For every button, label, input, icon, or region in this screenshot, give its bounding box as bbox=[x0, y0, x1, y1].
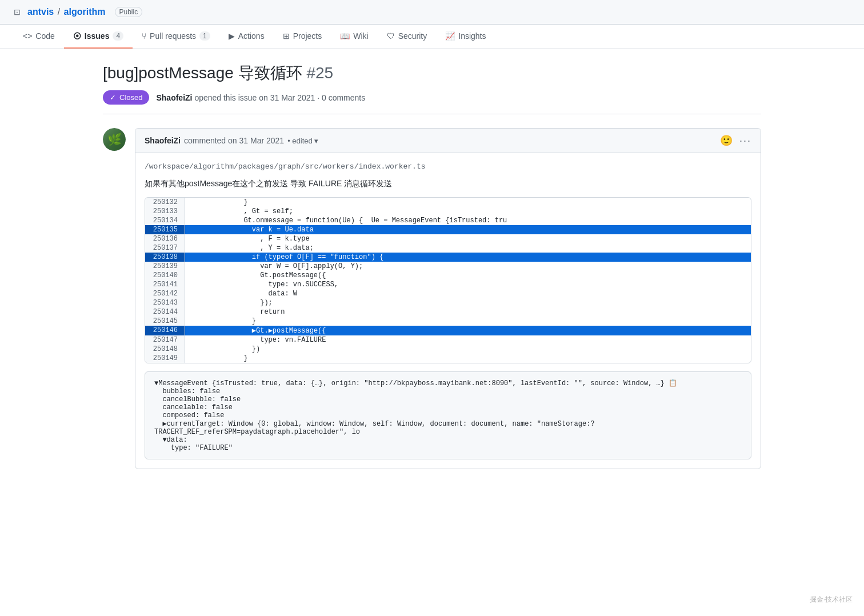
status-label: Closed bbox=[119, 93, 142, 102]
code-line: 250147 type: vn.FAILURE bbox=[145, 335, 751, 345]
chevron-down-icon: ▾ bbox=[314, 137, 318, 145]
comment-box: ShaofeiZi commented on 31 Mar 2021 • edi… bbox=[135, 128, 761, 469]
edited-label: • edited bbox=[287, 137, 313, 145]
tab-wiki[interactable]: 📖 Wiki bbox=[331, 25, 377, 49]
tab-issues[interactable]: ⦿ Issues 4 bbox=[64, 25, 133, 49]
line-code: data: W bbox=[185, 289, 751, 298]
edited-dropdown[interactable]: • edited ▾ bbox=[287, 137, 318, 145]
code-line: 250133 , Gt = self; bbox=[145, 207, 751, 216]
line-number: 250141 bbox=[145, 280, 185, 289]
line-number: 250136 bbox=[145, 234, 185, 243]
code-line: 250146 ▶Gt.▶postMessage({ bbox=[145, 326, 751, 335]
status-badge: ✓ Closed bbox=[103, 90, 149, 105]
tab-projects[interactable]: ⊞ Projects bbox=[274, 25, 331, 49]
code-block: 250132 }250133 , Gt = self;250134 Gt.onm… bbox=[145, 197, 751, 363]
security-icon: 🛡 bbox=[387, 31, 395, 41]
tab-pull-requests-label: Pull requests bbox=[150, 31, 196, 41]
line-number: 250145 bbox=[145, 317, 185, 326]
projects-icon: ⊞ bbox=[283, 31, 290, 41]
repo-path-separator: / bbox=[58, 7, 60, 17]
line-number: 250140 bbox=[145, 271, 185, 280]
issue-title-text: [bug]postMessage 导致循环 bbox=[103, 64, 302, 82]
code-line: 250137 , Y = k.data; bbox=[145, 243, 751, 253]
console-output: ▼MessageEvent {isTrusted: true, data: {…… bbox=[145, 371, 751, 459]
issue-number: #25 bbox=[306, 64, 333, 82]
tab-code-label: Code bbox=[35, 31, 54, 41]
line-number: 250149 bbox=[145, 354, 185, 363]
issue-meta: ✓ Closed ShaofeiZi opened this issue on … bbox=[103, 90, 761, 114]
issue-opened-text: opened this issue on 31 Mar 2021 · 0 com… bbox=[194, 93, 365, 102]
line-number: 250137 bbox=[145, 243, 185, 253]
pull-requests-badge: 1 bbox=[199, 31, 210, 41]
comment-body: /workspace/algorithm/packages/graph/src/… bbox=[135, 153, 761, 469]
issues-badge: 4 bbox=[113, 31, 123, 41]
description-text: 如果有其他postMessage在这个之前发送 导致 FAILURE 消息循环发… bbox=[145, 179, 751, 189]
comment-header: ShaofeiZi commented on 31 Mar 2021 • edi… bbox=[135, 129, 761, 153]
line-code: } bbox=[185, 198, 751, 207]
line-number: 250144 bbox=[145, 307, 185, 317]
more-options-button[interactable]: ··· bbox=[739, 135, 751, 147]
code-icon: <> bbox=[23, 31, 32, 41]
commenter-name[interactable]: ShaofeiZi bbox=[145, 136, 181, 145]
status-icon: ✓ bbox=[110, 93, 116, 102]
issue-author[interactable]: ShaofeiZi bbox=[156, 93, 192, 102]
code-line: 250148 }) bbox=[145, 345, 751, 354]
line-code: } bbox=[185, 317, 751, 326]
code-line: 250141 type: vn.SUCCESS, bbox=[145, 280, 751, 289]
line-number: 250142 bbox=[145, 289, 185, 298]
code-line: 250135 var k = Ue.data bbox=[145, 225, 751, 234]
line-code: Gt.postMessage({ bbox=[185, 271, 751, 280]
line-code: } bbox=[185, 354, 751, 363]
tab-code[interactable]: <> Code bbox=[14, 25, 64, 49]
comment-timestamp: commented on 31 Mar 2021 bbox=[184, 136, 284, 145]
visibility-badge: Public bbox=[115, 7, 143, 17]
issues-icon: ⦿ bbox=[73, 31, 81, 41]
code-line: 250143 }); bbox=[145, 298, 751, 307]
line-number: 250134 bbox=[145, 216, 185, 225]
line-code: type: vn.SUCCESS, bbox=[185, 280, 751, 289]
line-code: var W = O[F].apply(O, Y); bbox=[185, 262, 751, 271]
tab-insights[interactable]: 📈 Insights bbox=[436, 25, 495, 49]
emoji-button[interactable]: 🙂 bbox=[720, 134, 733, 147]
line-code: return bbox=[185, 307, 751, 317]
org-link[interactable]: antvis bbox=[27, 7, 54, 17]
line-number: 250132 bbox=[145, 198, 185, 207]
tab-insights-label: Insights bbox=[458, 31, 486, 41]
avatar: 🌿 bbox=[103, 128, 126, 151]
repo-link[interactable]: algorithm bbox=[64, 7, 106, 17]
main-content: [bug]postMessage 导致循环 #25 ✓ Closed Shaof… bbox=[89, 49, 775, 483]
comment-section: 🌿 ShaofeiZi commented on 31 Mar 2021 • e… bbox=[103, 128, 761, 469]
tab-wiki-label: Wiki bbox=[353, 31, 368, 41]
tab-projects-label: Projects bbox=[293, 31, 322, 41]
actions-icon: ▶ bbox=[229, 31, 235, 41]
tab-security[interactable]: 🛡 Security bbox=[378, 25, 437, 49]
code-line: 250144 return bbox=[145, 307, 751, 317]
code-line: 250134 Gt.onmessage = function(Ue) { Ue … bbox=[145, 216, 751, 225]
line-number: 250135 bbox=[145, 225, 185, 234]
code-line: 250138 if (typeof O[F] == "function") { bbox=[145, 253, 751, 262]
line-number: 250138 bbox=[145, 253, 185, 262]
tab-navigation: <> Code ⦿ Issues 4 ⑂ Pull requests 1 ▶ A… bbox=[0, 25, 864, 49]
tab-actions-label: Actions bbox=[238, 31, 265, 41]
line-code: var k = Ue.data bbox=[185, 225, 751, 234]
pull-request-icon: ⑂ bbox=[142, 31, 146, 41]
code-line: 250149 } bbox=[145, 354, 751, 363]
comment-header-left: ShaofeiZi commented on 31 Mar 2021 • edi… bbox=[145, 136, 318, 145]
tab-security-label: Security bbox=[398, 31, 427, 41]
comment-header-right: 🙂 ··· bbox=[720, 134, 751, 147]
code-line: 250132 } bbox=[145, 198, 751, 207]
avatar-image: 🌿 bbox=[103, 128, 126, 151]
code-line: 250136 , F = k.type bbox=[145, 234, 751, 243]
code-line: 250139 var W = O[F].apply(O, Y); bbox=[145, 262, 751, 271]
line-code: }); bbox=[185, 298, 751, 307]
insights-icon: 📈 bbox=[445, 31, 455, 41]
line-number: 250147 bbox=[145, 335, 185, 345]
line-number: 250139 bbox=[145, 262, 185, 271]
tab-pull-requests[interactable]: ⑂ Pull requests 1 bbox=[133, 25, 219, 49]
repo-path: antvis / algorithm bbox=[27, 7, 106, 17]
line-number: 250143 bbox=[145, 298, 185, 307]
tab-actions[interactable]: ▶ Actions bbox=[219, 25, 274, 49]
line-code: ▶Gt.▶postMessage({ bbox=[185, 326, 751, 335]
line-code: if (typeof O[F] == "function") { bbox=[185, 253, 751, 262]
line-number: 250133 bbox=[145, 207, 185, 216]
